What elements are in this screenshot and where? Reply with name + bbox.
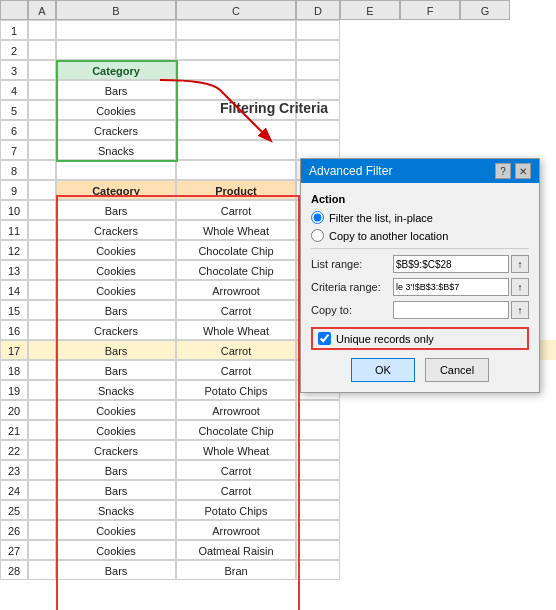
cell-b26: Cookies (56, 520, 176, 540)
cell-b22: Crackers (56, 440, 176, 460)
cell-d1 (296, 20, 340, 40)
grid-row-26: 26 Cookies Arrowroot (0, 520, 556, 540)
col-header-corner (0, 0, 28, 20)
radio-copy[interactable] (311, 229, 324, 242)
cell-a15 (28, 300, 56, 320)
copy-to-input[interactable] (393, 301, 509, 319)
dialog-action-label: Action (311, 193, 529, 205)
criteria-range-input[interactable]: le 3'!$B$3:$B$7 (393, 278, 509, 296)
cell-c19: Potato Chips (176, 380, 296, 400)
cell-b25: Snacks (56, 500, 176, 520)
row-num-3: 3 (0, 60, 28, 80)
cell-a8 (28, 160, 56, 180)
list-range-value: $B$9:$C$28 (396, 259, 452, 270)
grid-row-22: 22 Crackers Whole Wheat (0, 440, 556, 460)
cancel-button[interactable]: Cancel (425, 358, 489, 382)
cell-b18: Bars (56, 360, 176, 380)
cell-b21: Cookies (56, 420, 176, 440)
grid-row-6: 6 Crackers (0, 120, 556, 140)
cell-b2 (56, 40, 176, 60)
cell-b17: Bars (56, 340, 176, 360)
cell-a11 (28, 220, 56, 240)
grid-row-20: 20 Cookies Arrowroot (0, 400, 556, 420)
list-range-btn[interactable]: ↑ (511, 255, 529, 273)
cell-a22 (28, 440, 56, 460)
cell-c15: Carrot (176, 300, 296, 320)
cell-b5: Cookies (56, 100, 176, 120)
cell-a21 (28, 420, 56, 440)
cell-c8 (176, 160, 296, 180)
row-num-5: 5 (0, 100, 28, 120)
dialog-radio-copy-row[interactable]: Copy to another location (311, 229, 529, 242)
criteria-range-row: Criteria range: le 3'!$B$3:$B$7 ↑ (311, 278, 529, 296)
cell-d27 (296, 540, 340, 560)
col-header-f: F (400, 0, 460, 20)
cell-a10 (28, 200, 56, 220)
cell-b9-header: Category (56, 180, 176, 200)
radio-inplace[interactable] (311, 211, 324, 224)
grid-row-28: 28 Bars Bran (0, 560, 556, 580)
row-num-25: 25 (0, 500, 28, 520)
cell-a13 (28, 260, 56, 280)
cell-c3 (176, 60, 296, 80)
cell-a28 (28, 560, 56, 580)
ok-button[interactable]: OK (351, 358, 415, 382)
row-num-13: 13 (0, 260, 28, 280)
row-num-9: 9 (0, 180, 28, 200)
cell-b19: Snacks (56, 380, 176, 400)
row-num-26: 26 (0, 520, 28, 540)
dialog-body: Action Filter the list, in-place Copy to… (301, 183, 539, 392)
cell-c21: Chocolate Chip (176, 420, 296, 440)
radio-inplace-label: Filter the list, in-place (329, 212, 433, 224)
dialog-help-button[interactable]: ? (495, 163, 511, 179)
grid-row-23: 23 Bars Carrot (0, 460, 556, 480)
unique-records-checkbox[interactable] (318, 332, 331, 345)
cell-c23: Carrot (176, 460, 296, 480)
cell-c7 (176, 140, 296, 160)
cell-a25 (28, 500, 56, 520)
unique-records-row[interactable]: Unique records only (311, 327, 529, 350)
cell-b1 (56, 20, 176, 40)
cell-e1 (340, 20, 400, 40)
cell-b16: Crackers (56, 320, 176, 340)
cell-b28: Bars (56, 560, 176, 580)
cell-c18: Carrot (176, 360, 296, 380)
cell-a26 (28, 520, 56, 540)
cell-d26 (296, 520, 340, 540)
criteria-range-btn[interactable]: ↑ (511, 278, 529, 296)
dialog-close-button[interactable]: ✕ (515, 163, 531, 179)
row-num-4: 4 (0, 80, 28, 100)
radio-copy-label: Copy to another location (329, 230, 448, 242)
cell-c20: Arrowroot (176, 400, 296, 420)
cell-c22: Whole Wheat (176, 440, 296, 460)
row-num-15: 15 (0, 300, 28, 320)
cell-b23: Bars (56, 460, 176, 480)
row-num-28: 28 (0, 560, 28, 580)
col-header-b: B (56, 0, 176, 20)
cell-a1 (28, 20, 56, 40)
cell-c26: Arrowroot (176, 520, 296, 540)
copy-to-btn[interactable]: ↑ (511, 301, 529, 319)
criteria-range-value: le 3'!$B$3:$B$7 (396, 282, 459, 292)
cell-c27: Oatmeal Raisin (176, 540, 296, 560)
cell-b24: Bars (56, 480, 176, 500)
row-num-10: 10 (0, 200, 28, 220)
cell-a4 (28, 80, 56, 100)
cell-c11: Whole Wheat (176, 220, 296, 240)
cell-a3 (28, 60, 56, 80)
cell-d24 (296, 480, 340, 500)
cell-b10: Bars (56, 200, 176, 220)
grid-row-21: 21 Cookies Chocolate Chip (0, 420, 556, 440)
divider (311, 248, 529, 249)
cell-c16: Whole Wheat (176, 320, 296, 340)
cell-b12: Cookies (56, 240, 176, 260)
row-num-14: 14 (0, 280, 28, 300)
filtering-criteria-label: Filtering Criteria (220, 100, 328, 116)
cell-d21 (296, 420, 340, 440)
dialog-radio-inplace-row[interactable]: Filter the list, in-place (311, 211, 529, 224)
cell-b13: Cookies (56, 260, 176, 280)
row-num-7: 7 (0, 140, 28, 160)
list-range-input[interactable]: $B$9:$C$28 (393, 255, 509, 273)
cell-c9-header: Product (176, 180, 296, 200)
cell-d28 (296, 560, 340, 580)
